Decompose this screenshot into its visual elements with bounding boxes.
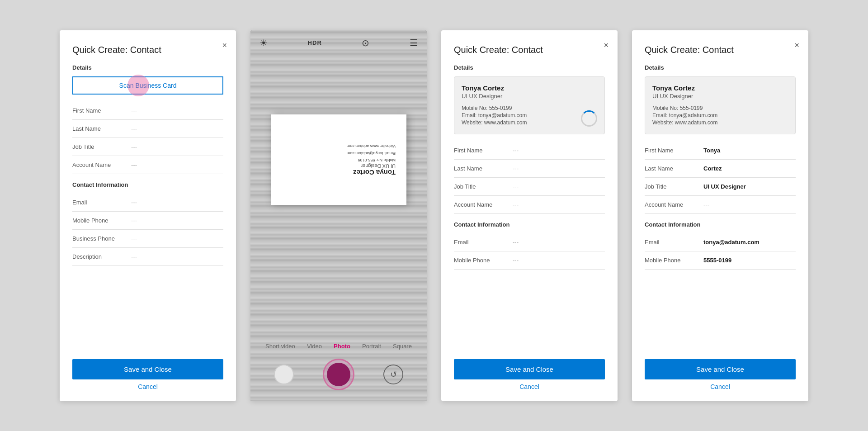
jobtitle-3-label: Job Title	[454, 183, 513, 190]
field-row-mobilephone: Mobile Phone ---	[72, 212, 223, 230]
field-row-businessphone: Business Phone ---	[72, 230, 223, 248]
field-row-4-accountname: Account Name ---	[645, 196, 796, 214]
jobtitle-4-label: Job Title	[645, 183, 703, 190]
camera-flip-button[interactable]: ↺	[383, 365, 403, 384]
mobilephone-3-label: Mobile Phone	[454, 257, 513, 264]
email-label: Email	[72, 199, 131, 206]
firstname-4-value: Tonya	[703, 147, 720, 154]
field-row-firstname: First Name ---	[72, 102, 223, 120]
camera-capture-button[interactable]	[323, 359, 354, 390]
mobilephone-label: Mobile Phone	[72, 217, 131, 224]
lastname-3-value: ---	[513, 165, 519, 172]
accountname-value: ---	[131, 161, 137, 168]
field-row-4-lastname: Last Name Cortez	[645, 160, 796, 178]
panel-1-footer: Save and Close Cancel	[72, 350, 223, 390]
jobtitle-3-value: ---	[513, 183, 519, 190]
firstname-3-value: ---	[513, 147, 519, 154]
firstname-4-label: First Name	[645, 147, 703, 154]
panel-4-contact-label: Contact Information	[645, 221, 796, 228]
panel-1-save-button[interactable]: Save and Close	[72, 359, 223, 379]
panel-3-close-button[interactable]: ×	[604, 41, 609, 49]
panel-4-cancel-link[interactable]: Cancel	[645, 383, 796, 390]
field-row-description: Description ---	[72, 248, 223, 266]
panel-2-camera: ☀ HDR ⊙ ☰ Tonya Cortez UI UX Designer Mo…	[250, 30, 427, 401]
field-row-3-lastname: Last Name ---	[454, 160, 605, 178]
camera-controls-row: ↺	[259, 359, 418, 390]
field-row-3-jobtitle: Job Title ---	[454, 178, 605, 196]
email-3-value: ---	[513, 239, 519, 246]
jobtitle-value: ---	[131, 143, 137, 150]
field-row-jobtitle: Job Title ---	[72, 138, 223, 156]
description-label: Description	[72, 253, 131, 260]
firstname-label: First Name	[72, 107, 131, 114]
mobilephone-value: ---	[131, 217, 137, 224]
jobtitle-4-value: UI UX Designer	[703, 183, 746, 190]
mode-photo[interactable]: Photo	[334, 343, 350, 350]
businessphone-value: ---	[131, 235, 137, 242]
panel-1-cancel-link[interactable]: Cancel	[72, 383, 223, 390]
lastname-value: ---	[131, 125, 137, 132]
biz-card-4-email: Email: tonya@adatum.com	[652, 112, 788, 118]
panel-3-fields: First Name --- Last Name --- Job Title -…	[454, 142, 605, 214]
panel-4-quick-create: Quick Create: Contact × Details Tonya Co…	[632, 30, 808, 401]
field-row-4-mobilephone: Mobile Phone 5555-0199	[645, 251, 796, 270]
panel-3-quick-create: Quick Create: Contact × Details Tonya Co…	[441, 30, 618, 401]
camera-gallery-thumbnail[interactable]	[274, 365, 294, 384]
panel-4-footer: Save and Close Cancel	[645, 350, 796, 390]
accountname-4-label: Account Name	[645, 201, 703, 208]
lastname-label: Last Name	[72, 125, 131, 132]
camera-hdr-label: HDR	[308, 39, 322, 46]
field-row-3-mobilephone: Mobile Phone ---	[454, 251, 605, 270]
scan-business-card-button[interactable]: Scan Business Card	[72, 76, 223, 95]
email-4-value: tonya@adatum.com	[703, 239, 760, 246]
panel-3-contact-label: Contact Information	[454, 221, 605, 228]
camera-settings-icon[interactable]: ⊙	[362, 38, 369, 48]
biz-card-3-mobile: Mobile No: 555-0199	[462, 105, 527, 111]
field-row-3-accountname: Account Name ---	[454, 196, 605, 214]
camera-top-bar: ☀ HDR ⊙ ☰	[250, 30, 427, 56]
loading-spinner	[581, 110, 597, 127]
camera-card-details: Mobile No: 555-0199Email: tonya@adatum.c…	[347, 142, 396, 163]
field-row-4-email: Email tonya@adatum.com	[645, 233, 796, 251]
accountname-3-value: ---	[513, 201, 519, 208]
field-row-lastname: Last Name ---	[72, 120, 223, 138]
mode-portrait[interactable]: Portrait	[362, 343, 381, 350]
panel-4-close-button[interactable]: ×	[794, 41, 799, 49]
field-row-3-firstname: First Name ---	[454, 142, 605, 160]
panel-3-contact-section: Contact Information Email --- Mobile Pho…	[454, 221, 605, 270]
biz-card-3-email: Email: tonya@adatum.com	[462, 112, 527, 118]
firstname-3-label: First Name	[454, 147, 513, 154]
field-row-email: Email ---	[72, 194, 223, 212]
description-value: ---	[131, 253, 137, 260]
lastname-4-value: Cortez	[703, 165, 722, 172]
panel-3-save-button[interactable]: Save and Close	[454, 359, 605, 379]
camera-capture-inner	[327, 363, 350, 386]
mode-square[interactable]: Square	[393, 343, 412, 350]
panel-3-title: Quick Create: Contact	[454, 45, 605, 55]
mode-short-video[interactable]: Short video	[265, 343, 295, 350]
field-row-accountname: Account Name ---	[72, 156, 223, 174]
biz-card-4-title: UI UX Designer	[652, 93, 788, 99]
mode-video[interactable]: Video	[307, 343, 322, 350]
camera-menu-icon[interactable]: ☰	[410, 38, 418, 48]
sun-icon: ☀	[259, 38, 268, 48]
panel-4-details-label: Details	[645, 64, 796, 71]
camera-card-name: Tonya Cortez	[353, 169, 396, 176]
biz-card-4-name: Tonya Cortez	[652, 84, 788, 92]
panel-1-quick-create: Quick Create: Contact × Details Scan Bus…	[60, 30, 236, 401]
camera-card-title: UI UX Designer	[361, 163, 396, 169]
biz-card-3-website: Website: www.adatum.com	[462, 119, 527, 126]
biz-card-3-name: Tonya Cortez	[462, 84, 597, 92]
accountname-3-label: Account Name	[454, 201, 513, 208]
panel-4-fields: First Name Tonya Last Name Cortez Job Ti…	[645, 142, 796, 214]
panel-4-biz-card: Tonya Cortez UI UX Designer Mobile No: 5…	[645, 76, 796, 134]
panel-3-footer: Save and Close Cancel	[454, 350, 605, 390]
biz-card-4-mobile: Mobile No: 555-0199	[652, 105, 788, 111]
panel-4-save-button[interactable]: Save and Close	[645, 359, 796, 379]
panel-3-cancel-link[interactable]: Cancel	[454, 383, 605, 390]
panel-1-fields: First Name --- Last Name --- Job Title -…	[72, 102, 223, 174]
field-row-4-jobtitle: Job Title UI UX Designer	[645, 178, 796, 196]
panel-1-close-button[interactable]: ×	[222, 41, 227, 49]
firstname-value: ---	[131, 107, 137, 114]
panel-4-contact-section: Contact Information Email tonya@adatum.c…	[645, 221, 796, 270]
